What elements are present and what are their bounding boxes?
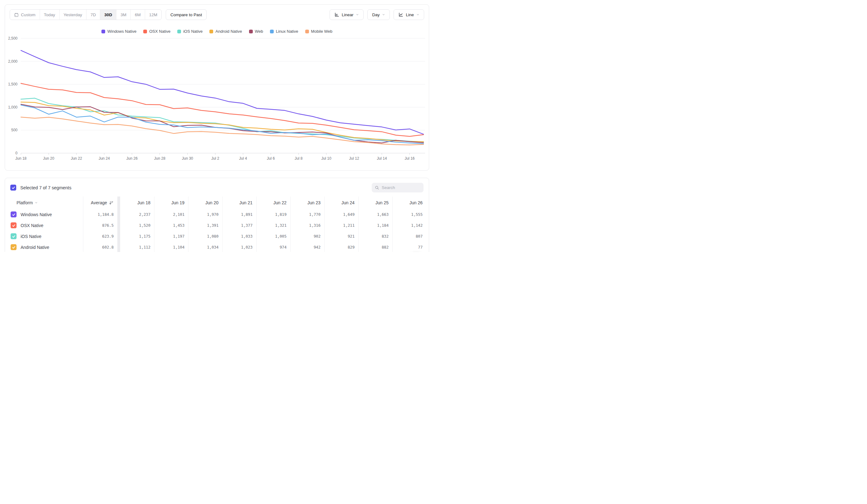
day-header-label: Jun 18 — [137, 200, 150, 205]
legend-item-linux-native[interactable]: Linux Native — [270, 29, 298, 34]
day-value: 1,104 — [173, 245, 184, 250]
value-cell: 1,080 — [188, 231, 222, 242]
day-value: 2,237 — [139, 212, 150, 217]
legend-label: iOS Native — [183, 29, 203, 34]
day-value: 1,080 — [207, 234, 218, 239]
day-value: 1,211 — [343, 223, 354, 228]
average-header-cell[interactable]: Average — [83, 197, 117, 209]
segment-search[interactable] — [372, 183, 424, 193]
series-line-mobile-web — [21, 117, 424, 145]
day-value: 1,175 — [139, 234, 150, 239]
value-cell: 1,142 — [392, 220, 426, 231]
value-cell: 832 — [358, 231, 392, 242]
chart-type-dropdown[interactable]: Line — [394, 9, 424, 20]
chart-legend: Windows NativeOSX NativeiOS NativeAndroi… — [5, 29, 429, 34]
legend-swatch — [210, 30, 213, 33]
legend-item-osx-native[interactable]: OSX Native — [143, 29, 170, 34]
y-axis-label: 2,000 — [8, 59, 18, 64]
value-cell: 1,321 — [256, 220, 290, 231]
segments-header: Selected 7 of 7 segments — [5, 178, 429, 193]
value-cell: 1,391 — [188, 220, 222, 231]
day-value: 921 — [348, 234, 354, 239]
average-value: 623.9 — [102, 234, 114, 239]
interval-dropdown[interactable]: Day — [367, 9, 390, 20]
range-12m[interactable]: 12M — [145, 10, 161, 20]
value-cell: 1,023 — [222, 242, 256, 252]
day-header-cell[interactable]: Jun 20 — [188, 197, 222, 209]
legend-label: Windows Native — [107, 29, 136, 34]
range-6m[interactable]: 6M — [130, 10, 145, 20]
platform-header-cell[interactable]: Platform — [5, 200, 83, 205]
day-header-cell[interactable]: Jun 22 — [256, 197, 290, 209]
legend-swatch — [305, 30, 309, 33]
day-header-label: Jun 20 — [205, 200, 218, 205]
calendar-icon — [14, 12, 19, 17]
compare-to-past-button[interactable]: Compare to Past — [166, 9, 207, 20]
range-yesterday[interactable]: Yesterday — [59, 10, 86, 20]
day-value: 807 — [416, 234, 422, 239]
x-axis-label: Jul 10 — [321, 156, 331, 161]
legend-item-mobile-web[interactable]: Mobile Web — [305, 29, 332, 34]
x-axis-label: Jul 16 — [405, 156, 415, 161]
day-value: 1,321 — [275, 223, 287, 228]
segment-checkbox[interactable] — [11, 211, 17, 217]
day-header-cell[interactable]: Jun 23 — [290, 197, 324, 209]
segment-checkbox[interactable] — [11, 244, 17, 250]
average-cell: 623.9 — [83, 231, 117, 242]
value-cell: 921 — [324, 231, 358, 242]
legend-item-ios-native[interactable]: iOS Native — [177, 29, 203, 34]
segment-checkbox[interactable] — [11, 233, 17, 239]
range-30d[interactable]: 30D — [100, 10, 116, 20]
day-header-cell[interactable]: Jun 21 — [222, 197, 256, 209]
y-axis-label: 1,500 — [8, 82, 18, 86]
scale-dropdown[interactable]: Linear — [330, 9, 364, 20]
chart-options: Linear Day Line — [330, 9, 424, 20]
average-header-label: Average — [91, 200, 107, 205]
day-header-cell[interactable]: Jun 19 — [154, 197, 188, 209]
select-all-checkbox[interactable] — [10, 185, 16, 190]
x-axis-label: Jun 20 — [43, 156, 54, 161]
frozen-column-separator — [117, 242, 120, 252]
value-cell: 2,237 — [120, 209, 154, 220]
day-header-cell[interactable]: Jun 25 — [358, 197, 392, 209]
frozen-column-separator — [117, 220, 120, 231]
day-header-label: Jun 25 — [375, 200, 388, 205]
value-cell: 807 — [392, 231, 426, 242]
day-value: 1,770 — [309, 212, 321, 217]
day-value: 1,316 — [309, 223, 321, 228]
day-value: 1,023 — [241, 245, 253, 250]
value-cell: 902 — [290, 231, 324, 242]
day-value: 1,377 — [241, 223, 253, 228]
range-3m[interactable]: 3M — [116, 10, 130, 20]
value-cell: 829 — [324, 242, 358, 252]
value-cell: 1,184 — [358, 220, 392, 231]
range-7d[interactable]: 7D — [86, 10, 100, 20]
y-axis-label: 1,000 — [8, 105, 18, 109]
legend-item-windows-native[interactable]: Windows Native — [101, 29, 136, 34]
check-icon — [12, 223, 15, 227]
legend-item-android-native[interactable]: Android Native — [210, 29, 242, 34]
day-header-cell[interactable]: Jun 18 — [120, 197, 154, 209]
table-row-windows-native: Windows Native1,184.82,2372,1011,9701,89… — [5, 209, 429, 220]
day-value: 902 — [314, 234, 321, 239]
check-icon — [12, 213, 15, 217]
day-value: 832 — [382, 234, 388, 239]
value-cell: 1,970 — [188, 209, 222, 220]
scale-value: Linear — [342, 12, 354, 17]
range-custom[interactable]: Custom — [10, 10, 40, 20]
x-axis-label: Jun 24 — [99, 156, 110, 161]
search-input[interactable] — [382, 185, 420, 190]
average-cell: 602.8 — [83, 242, 117, 252]
legend-item-web[interactable]: Web — [249, 29, 264, 34]
segment-checkbox[interactable] — [11, 222, 17, 228]
legend-swatch — [270, 30, 274, 33]
platform-name: Windows Native — [21, 212, 52, 217]
day-header-cell[interactable]: Jun 24 — [324, 197, 358, 209]
range-today[interactable]: Today — [40, 10, 59, 20]
value-cell: 1,316 — [290, 220, 324, 231]
chevron-down-icon — [416, 13, 419, 16]
day-header-cell[interactable]: Jun 26 — [392, 197, 426, 209]
series-line-osx-native — [21, 83, 424, 136]
legend-label: Android Native — [215, 29, 242, 34]
linear-axis-icon — [334, 12, 339, 17]
